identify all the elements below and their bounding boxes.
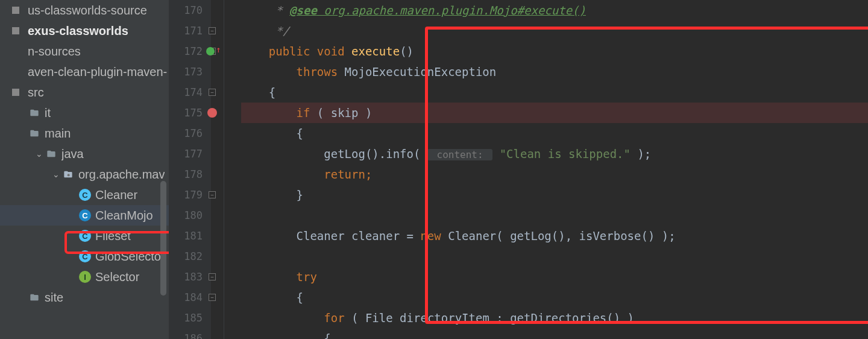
code-line[interactable]: */ [241,21,868,41]
code-line[interactable]: * @see org.apache.maven.plugin.Mojo#exec… [241,0,868,21]
code-line[interactable]: } [241,185,868,205]
tree-item[interactable]: it [0,103,169,123]
code-token: content: [427,149,492,160]
code-token [241,45,269,58]
tree-item[interactable]: src [0,82,169,103]
line-number[interactable]: 178 [169,164,203,185]
code-token [241,168,324,181]
code-token: */ [241,24,289,37]
code-token: throws [297,65,345,78]
code-line[interactable]: { [241,328,868,339]
chevron-icon[interactable]: ⌄ [51,170,61,179]
line-number[interactable]: 186 [169,328,203,339]
line-number[interactable]: 171 [169,21,203,41]
code-line[interactable]: { [241,123,868,144]
tree-item[interactable]: CFileset [0,226,169,246]
line-number[interactable]: 182 [169,246,203,267]
tree-item-label: GlobSelector [95,250,165,264]
tree-item-label: aven-clean-plugin-maven- [28,65,167,79]
tree-item-label: it [45,106,51,120]
line-number[interactable]: 181 [169,226,203,246]
tree-item[interactable]: CCleaner [0,185,169,205]
editor-gutter[interactable]: −−−−−− ↑ 1701711721731741751761771781791… [169,0,211,339]
code-token: { [241,332,331,339]
code-token: ( File directoryItem : getDirectories() … [345,311,634,325]
line-number[interactable]: 173 [169,62,203,82]
tree-item-label: CleanMojo [95,209,153,223]
tree-item-label: src [28,86,44,100]
tree-item[interactable]: ⌄org.apache.mav [0,164,169,185]
code-token: * [241,4,289,17]
code-token: @see [289,4,317,17]
code-line[interactable]: getLog().info( content: "Clean is skippe… [241,144,868,164]
folder-icon [28,293,40,302]
project-tree[interactable]: us-classworlds-sourceexus-classworldsn-s… [0,0,169,339]
code-token: if [297,106,310,119]
chevron-icon[interactable]: ⌄ [34,149,45,159]
code-line[interactable]: { [241,82,868,103]
tree-item[interactable]: CGlobSelector [0,246,169,267]
code-token: new [420,229,448,242]
code-token: return; [324,168,372,181]
tree-item-label: org.apache.mav [78,168,165,182]
tree-item[interactable]: exus-classworlds [0,21,169,41]
line-number[interactable]: 177 [169,144,203,164]
code-line[interactable]: public void execute() [241,41,868,62]
editor-code-area[interactable]: * @see org.apache.maven.plugin.Mojo#exec… [211,0,868,339]
tree-item[interactable]: us-classworlds-source [0,0,169,21]
line-number[interactable]: 185 [169,308,203,328]
tree-item-label: Cleaner [95,188,137,202]
sidebar-scrollbar-thumb[interactable] [160,181,166,296]
code-token: { [241,127,303,140]
line-number[interactable]: 175 [169,103,203,123]
tree-item[interactable]: ISelector [0,267,169,287]
code-line[interactable]: return; [241,164,868,185]
line-number[interactable]: 184 [169,287,203,308]
folder-icon [45,149,57,159]
library-icon [11,24,24,37]
code-line[interactable]: Cleaner cleaner = new Cleaner( getLog(),… [241,226,868,246]
tree-item[interactable]: aven-clean-plugin-maven- [0,62,169,82]
code-token: ); [631,147,651,160]
code-line[interactable] [241,246,868,267]
tree-item-label: n-sources [28,45,81,59]
line-number[interactable]: 180 [169,205,203,226]
code-line[interactable] [241,205,868,226]
tree-item-label: exus-classworlds [28,24,128,38]
tree-item-label: Fileset [95,229,131,243]
code-line[interactable]: { [241,287,868,308]
tree-item-label: java [61,147,84,161]
ide-root: us-classworlds-sourceexus-classworldsn-s… [0,0,868,339]
code-line[interactable]: for ( File directoryItem : getDirectorie… [241,308,868,328]
tree-item[interactable]: site [0,287,169,308]
line-number[interactable]: 174 [169,82,203,103]
code-token: getLog().info( [241,147,427,160]
code-line[interactable]: throws MojoExecutionException [241,62,868,82]
folder-icon [28,291,41,304]
code-token [241,270,297,284]
tree-item-selected[interactable]: CCleanMojo [0,205,169,226]
code-token: { [241,291,303,304]
package-icon [62,170,74,179]
line-number[interactable]: 183 [169,267,203,287]
code-token [241,106,297,119]
blank-icon [11,45,24,58]
tree-item[interactable]: n-sources [0,41,169,62]
class-icon: C [78,188,92,201]
code-token: for [324,311,344,325]
line-number[interactable]: 170 [169,0,203,21]
tree-item[interactable]: main [0,123,169,144]
code-token: public void [269,45,351,58]
line-number[interactable]: 179 [169,185,203,205]
line-number[interactable]: 176 [169,123,203,144]
tree-item[interactable]: ⌄java [0,144,169,164]
code-line[interactable]: try [241,267,868,287]
interface-icon: I [78,270,92,284]
code-line[interactable]: if ( skip ) [241,103,868,123]
blank-icon [11,65,24,78]
line-number[interactable]: 172 [169,41,203,62]
code-token: MojoExecutionException [345,65,497,78]
code-editor[interactable]: −−−−−− ↑ 1701711721731741751761771781791… [169,0,868,339]
class-icon: C [78,250,92,263]
folder-icon [28,127,41,140]
